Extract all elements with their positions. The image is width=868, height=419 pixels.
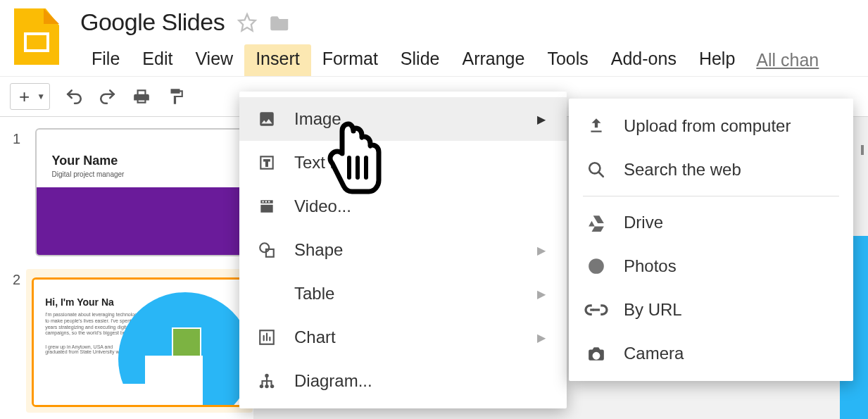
slide-thumbnail[interactable]: Hi, I'm Your Na I'm passionate about lev… — [32, 277, 247, 407]
chevron-down-icon: ▼ — [34, 92, 45, 101]
upload-icon — [586, 117, 607, 135]
insert-table[interactable]: Table ▶ — [239, 272, 567, 315]
image-icon — [256, 110, 277, 128]
svg-rect-3 — [263, 201, 264, 202]
photos-icon — [586, 257, 607, 275]
status-link[interactable]: All chan — [756, 50, 819, 70]
move-to-folder-icon[interactable] — [270, 13, 291, 32]
slide-number: 2 — [13, 269, 20, 413]
link-icon — [586, 303, 607, 317]
diagram-icon — [256, 372, 277, 390]
menubar: File Edit View Insert Format Slide Arran… — [80, 44, 819, 76]
svg-point-14 — [594, 354, 598, 358]
menu-arrange[interactable]: Arrange — [451, 44, 536, 76]
submenu-arrow-icon: ▶ — [502, 244, 546, 257]
insert-chart[interactable]: Chart ▶ — [239, 315, 567, 359]
image-photos[interactable]: Photos — [569, 244, 853, 288]
slide-thumbnail[interactable]: Your Name Digital project manager — [35, 128, 244, 256]
svg-point-12 — [270, 384, 274, 388]
svg-point-10 — [260, 384, 263, 388]
slide1-title: Your Name — [52, 154, 118, 168]
menu-file[interactable]: File — [80, 44, 131, 76]
image-drive[interactable]: Drive — [569, 201, 853, 244]
insert-text-box[interactable]: T Text box — [239, 141, 567, 185]
menu-addons[interactable]: Add-ons — [600, 44, 688, 76]
menu-help[interactable]: Help — [688, 44, 746, 76]
menu-label: Diagram... — [294, 371, 372, 391]
svg-point-9 — [265, 374, 268, 377]
image-upload[interactable]: Upload from computer — [569, 104, 853, 148]
menu-label: Camera — [624, 344, 684, 363]
plus-icon: + — [15, 86, 34, 108]
menu-label: Search the web — [624, 160, 741, 180]
print-button[interactable] — [127, 82, 156, 111]
undo-button[interactable] — [60, 82, 88, 111]
slide-thumb-2[interactable]: 2 Hi, I'm Your Na I'm passionate about l… — [13, 269, 244, 413]
ruler-tick — [861, 145, 864, 155]
menu-label: Image — [294, 109, 341, 129]
menu-label: Table — [294, 284, 334, 304]
insert-video[interactable]: Video... — [239, 185, 567, 228]
svg-text:T: T — [264, 158, 270, 168]
menu-view[interactable]: View — [184, 44, 244, 76]
menu-label: Text box — [294, 153, 357, 173]
svg-point-11 — [265, 384, 268, 388]
doc-title[interactable]: Google Slides — [80, 8, 225, 36]
insert-diagram[interactable]: Diagram... — [239, 359, 567, 403]
menu-label: Chart — [294, 327, 336, 347]
submenu-arrow-icon: ▶ — [502, 287, 546, 301]
video-icon — [256, 197, 277, 215]
menu-label: Upload from computer — [624, 116, 791, 136]
redo-button[interactable] — [94, 82, 122, 111]
image-search-web[interactable]: Search the web — [569, 148, 853, 192]
slide1-purple-bar — [37, 187, 243, 255]
insert-shape[interactable]: Shape ▶ — [239, 228, 567, 272]
submenu-arrow-icon: ▶ — [502, 113, 546, 126]
svg-rect-4 — [265, 201, 267, 202]
paint-format-button[interactable] — [161, 82, 189, 111]
app-icon — [14, 8, 59, 65]
new-slide-button[interactable]: + ▼ — [10, 83, 50, 110]
menu-divider — [583, 196, 839, 196]
image-submenu: Upload from computer Search the web Driv… — [569, 99, 853, 381]
svg-rect-7 — [266, 249, 274, 257]
drive-icon — [586, 213, 607, 232]
app-header: Google Slides File Edit View Insert Form… — [0, 0, 868, 76]
svg-rect-5 — [268, 201, 270, 202]
insert-dropdown: Image ▶ T Text box Video... Shape ▶ Tabl… — [239, 92, 567, 408]
image-camera[interactable]: Camera — [569, 332, 853, 375]
menu-label: Shape — [294, 240, 343, 260]
image-by-url[interactable]: By URL — [569, 288, 853, 332]
chart-icon — [256, 328, 277, 346]
slide1-subtitle: Digital project manager — [52, 170, 125, 178]
menu-insert[interactable]: Insert — [244, 44, 311, 76]
text-box-icon: T — [256, 154, 277, 172]
search-icon — [586, 161, 607, 179]
menu-label: Drive — [624, 213, 663, 232]
menu-label: Video... — [294, 196, 351, 216]
menu-slide[interactable]: Slide — [389, 44, 451, 76]
menu-label: Photos — [624, 256, 677, 276]
svg-point-6 — [260, 243, 269, 252]
slide-panel[interactable]: 1 Your Name Digital project manager 2 Hi… — [0, 117, 253, 419]
menu-tools[interactable]: Tools — [536, 44, 599, 76]
submenu-arrow-icon: ▶ — [502, 331, 546, 344]
camera-icon — [586, 344, 607, 363]
svg-marker-0 — [239, 14, 256, 30]
insert-image[interactable]: Image ▶ — [239, 97, 567, 141]
slide-number: 1 — [13, 128, 25, 256]
menu-edit[interactable]: Edit — [131, 44, 184, 76]
slide2-title: Hi, I'm Your Na — [45, 296, 114, 308]
menu-label: By URL — [624, 300, 682, 320]
shape-icon — [256, 241, 277, 259]
menu-format[interactable]: Format — [311, 44, 389, 76]
slide-thumb-1[interactable]: 1 Your Name Digital project manager — [13, 128, 244, 256]
star-icon[interactable] — [237, 13, 257, 32]
